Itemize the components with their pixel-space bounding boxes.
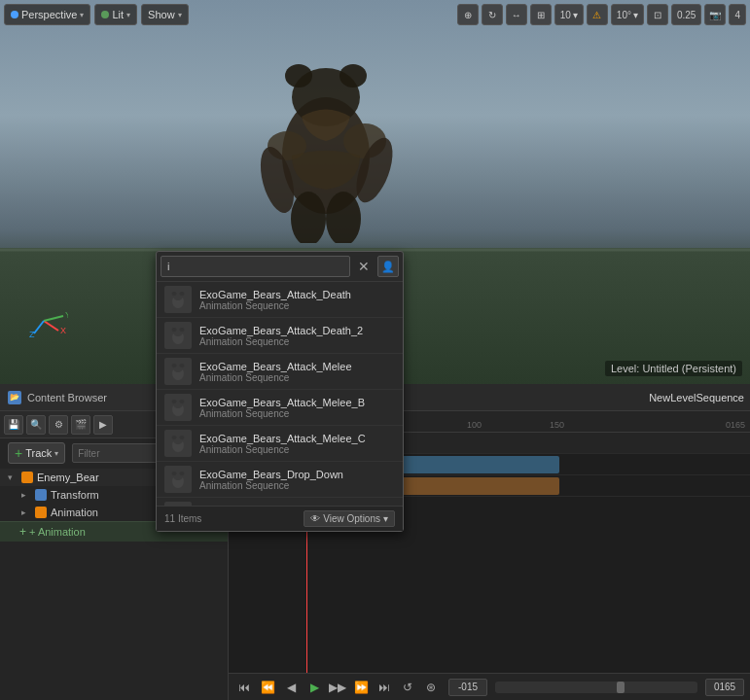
svg-point-2 [285, 64, 312, 88]
dropdown-user-button[interactable]: 👤 [377, 256, 399, 277]
svg-point-38 [172, 472, 177, 475]
animation-item-name: ExoGame_Bears_Drop_Down [199, 469, 343, 480]
svg-point-19 [180, 292, 185, 296]
view-options-button[interactable]: 👁 View Options ▾ [304, 510, 395, 527]
rotate-button[interactable]: ↻ [482, 4, 503, 25]
back-frame-button[interactable]: ◀ [281, 678, 301, 697]
animation-item-type: Animation Sequence [199, 444, 366, 455]
filter-button[interactable]: ⚙ [49, 415, 68, 435]
animation-list-item[interactable]: ExoGame_Bears_Attack_Melee_CAnimation Se… [157, 426, 403, 462]
show-label: Show [148, 9, 175, 20]
time-start-input[interactable] [448, 679, 487, 696]
grid-size-dropdown[interactable]: 10 ▾ [554, 4, 584, 25]
animation-list-item[interactable]: ExoGame_Bears_Attack_MeleeAnimation Sequ… [157, 354, 403, 390]
animation-search-input[interactable] [161, 256, 350, 277]
scale-button[interactable]: ↔ [506, 4, 527, 25]
dropdown-close-button[interactable]: ✕ [354, 257, 374, 276]
ruler-mark-165: 0165 [726, 420, 745, 430]
go-to-end-button[interactable]: ⏭ [375, 678, 394, 697]
svg-point-3 [339, 64, 367, 88]
browse-button[interactable]: 🔍 [26, 415, 46, 435]
time-end-input[interactable] [705, 679, 744, 696]
seq-name: NewLevelSequence [649, 392, 744, 403]
svg-point-23 [180, 328, 185, 332]
animation-item-type: Animation Sequence [199, 480, 343, 491]
animation-item-name: ExoGame_Bears_Attack_Death_2 [199, 325, 363, 336]
ruler-mark-150: 150 [550, 420, 564, 430]
scrubber-handle[interactable] [617, 682, 625, 693]
animation-track-icon [35, 507, 47, 518]
expand-arrow-icon-2: ▸ [21, 508, 31, 517]
animation-item-name: ExoGame_Bears_Idle [199, 505, 304, 507]
animation-item-icon [164, 286, 192, 313]
svg-line-12 [34, 321, 44, 333]
scale-dropdown[interactable]: 0.25 [671, 4, 701, 25]
content-browser-icon: 📂 [8, 391, 21, 404]
video-button[interactable]: 🎬 [71, 415, 90, 435]
chevron-down-icon-2: ▾ [126, 11, 130, 19]
perspective-dropdown[interactable]: Perspective ▾ [4, 4, 90, 25]
svg-text:Z: Z [29, 330, 35, 339]
animation-item-icon [164, 394, 192, 421]
expand-arrow-icon: ▸ [21, 490, 31, 500]
collapse-arrow-icon: ▾ [8, 472, 18, 482]
viewport-right-toolbar: ⊕ ↻ ↔ ⊞ 10 ▾ ⚠ 10° ▾ ⊡ 0.25 📷 4 [457, 4, 746, 25]
animation-list-item[interactable]: ExoGame_Bears_IdleAnimation Sequence [157, 498, 403, 506]
chevron-down-icon: ▾ [80, 11, 84, 19]
character-track-icon [21, 472, 33, 483]
go-to-start-button[interactable]: ⏮ [234, 678, 254, 697]
chevron-down-icon-6: ▾ [54, 449, 58, 458]
camera-speed-dropdown[interactable]: 4 [729, 4, 746, 25]
svg-point-18 [172, 292, 177, 296]
snap-button[interactable]: ⊡ [647, 4, 668, 25]
svg-point-26 [172, 364, 177, 368]
animation-list-item[interactable]: ExoGame_Bears_Drop_DownAnimation Sequenc… [157, 462, 403, 498]
loop-button[interactable]: ↺ [398, 678, 417, 697]
track-dropdown-button[interactable]: + Track ▾ [8, 442, 65, 464]
translate-button[interactable]: ⊕ [457, 4, 479, 25]
bookmark-button[interactable]: ⊛ [421, 678, 441, 697]
svg-line-10 [44, 321, 58, 331]
animation-item-type: Animation Sequence [199, 336, 363, 347]
level-name: Untitled (Persistent) [642, 363, 736, 374]
track-name-transform: Transform [51, 489, 99, 501]
show-dropdown[interactable]: Show ▾ [141, 4, 189, 25]
track-label: Track [25, 447, 52, 459]
lit-icon [101, 11, 109, 18]
animation-item-icon [164, 430, 192, 457]
animation-list-item[interactable]: ExoGame_Bears_Attack_Melee_BAnimation Se… [157, 390, 403, 426]
save-all-button[interactable]: 💾 [4, 415, 23, 435]
level-indicator: Level: Untitled (Persistent) [605, 361, 742, 376]
animation-item-name: ExoGame_Bears_Attack_Melee_B [199, 397, 365, 408]
transport-bar: ⏮ ⏪ ◀ ▶ ▶▶ ⏩ ⏭ ↺ ⊛ [229, 673, 750, 700]
prev-key-button[interactable]: ⏪ [258, 678, 277, 697]
animation-item-icon [164, 322, 192, 349]
chevron-down-icon-4: ▾ [573, 10, 578, 20]
animation-item-icon [164, 358, 192, 385]
animation-item-type: Animation Sequence [199, 408, 365, 419]
camera-settings-button[interactable]: 📷 [704, 4, 726, 25]
dropdown-footer: 11 Items 👁 View Options ▾ [157, 506, 403, 531]
level-label: Level: [611, 363, 639, 374]
animation-item-name: ExoGame_Bears_Attack_Melee_C [199, 433, 366, 444]
add-animation-label: + Animation [29, 526, 86, 538]
play-button-cb[interactable]: ▶ [93, 415, 113, 435]
fwd-frame-button[interactable]: ▶▶ [328, 678, 347, 697]
lit-label: Lit [112, 9, 124, 20]
world-grid-button[interactable]: ⊞ [530, 4, 552, 25]
angle-dropdown[interactable]: 10° ▾ [611, 4, 644, 25]
next-key-button[interactable]: ⏩ [351, 678, 371, 697]
play-button[interactable]: ▶ [304, 678, 324, 697]
animation-list-item[interactable]: ExoGame_Bears_Attack_DeathAnimation Sequ… [157, 282, 403, 318]
chevron-down-icon-3: ▾ [178, 11, 182, 19]
camera-speed-value: 4 [734, 10, 740, 20]
ruler-mark-100: 100 [467, 420, 482, 430]
timeline-scrubber[interactable] [495, 682, 697, 693]
svg-point-31 [180, 400, 185, 403]
chevron-down-icon-10: ▾ [383, 513, 388, 524]
animation-item-icon [164, 466, 192, 493]
animation-list-item[interactable]: ExoGame_Bears_Attack_Death_2Animation Se… [157, 318, 403, 354]
chevron-down-icon-5: ▾ [633, 10, 638, 20]
lit-dropdown[interactable]: Lit ▾ [94, 4, 137, 25]
content-browser-title: Content Browser [27, 392, 107, 403]
